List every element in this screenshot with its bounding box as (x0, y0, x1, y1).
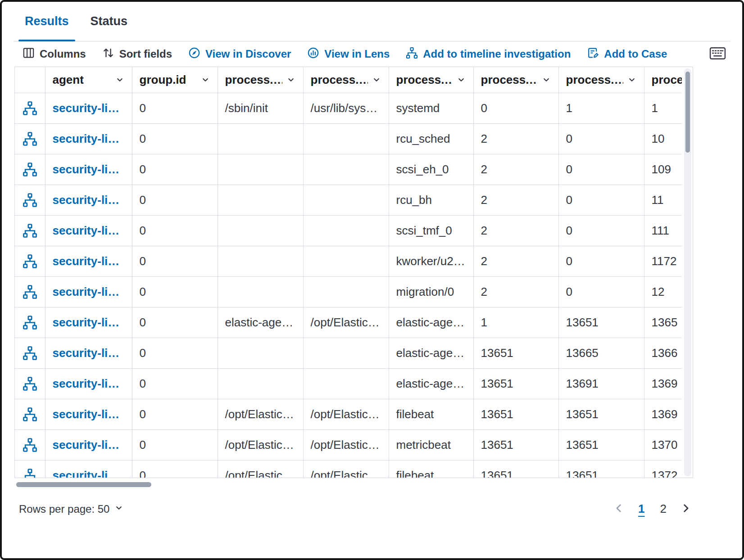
process-cell[interactable]: 111 (644, 215, 682, 246)
process-cell[interactable]: 1 (644, 93, 682, 123)
process-cell[interactable]: 1 (558, 93, 644, 123)
process-cell[interactable]: 12 (644, 276, 682, 307)
process-cell[interactable] (303, 185, 389, 215)
agent-cell[interactable]: security-li… (45, 338, 132, 368)
chevron-down-icon[interactable] (372, 75, 381, 85)
agent-link[interactable]: security-li… (53, 377, 120, 390)
process-cell[interactable]: 0 (473, 93, 558, 123)
process-cell[interactable]: 10 (644, 123, 682, 154)
group-id-cell[interactable]: 0 (132, 399, 218, 429)
view-in-lens-button[interactable]: View in Lens (307, 47, 390, 62)
process-cell[interactable] (218, 368, 303, 399)
group-id-cell[interactable]: 0 (132, 246, 218, 276)
agent-link[interactable]: security-li… (53, 407, 120, 421)
process-cell[interactable]: 11 (644, 185, 682, 215)
process-cell[interactable] (218, 246, 303, 276)
process-cell[interactable]: 2 (473, 123, 558, 154)
analyze-event-icon[interactable] (23, 407, 37, 422)
process-cell[interactable] (303, 276, 389, 307)
process-cell[interactable]: 1365 (644, 307, 682, 338)
process-cell[interactable] (218, 215, 303, 246)
process-name-cell[interactable]: rcu_bh (389, 185, 473, 215)
group-id-cell[interactable]: 0 (132, 368, 218, 399)
process-cell[interactable]: /sbin/init (218, 93, 303, 123)
agent-cell[interactable]: security-li… (45, 307, 132, 338)
process-cell[interactable]: /opt/Elastic… (303, 307, 389, 338)
agent-cell[interactable]: security-li… (45, 460, 132, 478)
group-id-cell[interactable]: 0 (132, 276, 218, 307)
next-page-button[interactable] (680, 502, 692, 515)
agent-link[interactable]: security-li… (53, 469, 120, 478)
add-to-timeline-button[interactable]: Add to timeline investigation (406, 47, 571, 62)
agent-link[interactable]: security-li… (53, 346, 120, 360)
process-cell[interactable]: /opt/Elastic… (218, 429, 303, 460)
rows-per-page-button[interactable]: Rows per page: 50 (19, 503, 124, 515)
process-cell[interactable] (218, 123, 303, 154)
process-cell[interactable]: 1369 (644, 399, 682, 429)
process-cell[interactable]: 1366 (644, 338, 682, 368)
process-name-cell[interactable]: systemd (389, 93, 473, 123)
process-cell[interactable]: 1172 (644, 246, 682, 276)
analyze-event-icon[interactable] (23, 438, 37, 452)
process-cell[interactable]: 2 (473, 154, 558, 185)
group-id-cell[interactable]: 0 (132, 185, 218, 215)
process-cell[interactable]: 2 (473, 276, 558, 307)
process-cell[interactable]: 13651 (558, 460, 644, 478)
analyze-event-icon[interactable] (23, 254, 37, 269)
chevron-down-icon[interactable] (627, 75, 637, 85)
page-2-button[interactable]: 2 (658, 501, 668, 517)
process-cell[interactable]: /usr/lib/sys… (303, 93, 389, 123)
process-cell[interactable]: 1 (473, 307, 558, 338)
column-header[interactable]: process.… (644, 67, 682, 93)
analyze-event-icon[interactable] (23, 468, 37, 478)
process-cell[interactable] (218, 185, 303, 215)
sort-fields-button[interactable]: Sort fields (102, 47, 172, 62)
process-cell[interactable]: 13651 (473, 368, 558, 399)
process-cell[interactable]: /opt/Elastic… (218, 460, 303, 478)
column-header[interactable]: agent (45, 67, 132, 93)
chevron-down-icon[interactable] (541, 75, 551, 85)
agent-link[interactable]: security-li… (53, 254, 120, 268)
process-cell[interactable]: 0 (558, 123, 644, 154)
process-name-cell[interactable]: elastic-age… (389, 338, 473, 368)
process-name-cell[interactable]: rcu_sched (389, 123, 473, 154)
agent-cell[interactable]: security-li… (45, 368, 132, 399)
process-cell[interactable]: 2 (473, 246, 558, 276)
agent-cell[interactable]: security-li… (45, 215, 132, 246)
process-cell[interactable]: /opt/Elastic… (218, 399, 303, 429)
group-id-cell[interactable]: 0 (132, 338, 218, 368)
agent-link[interactable]: security-li… (53, 316, 120, 329)
process-name-cell[interactable]: kworker/u2… (389, 246, 473, 276)
agent-link[interactable]: security-li… (53, 101, 120, 115)
page-1-button[interactable]: 1 (636, 501, 646, 517)
process-cell[interactable] (303, 338, 389, 368)
process-cell[interactable] (303, 215, 389, 246)
analyze-event-icon[interactable] (23, 346, 37, 361)
process-cell[interactable] (303, 368, 389, 399)
analyze-event-icon[interactable] (23, 376, 37, 391)
column-header[interactable]: group.id (132, 67, 218, 93)
process-cell[interactable]: /opt/Elastic… (303, 399, 389, 429)
process-name-cell[interactable]: scsi_eh_0 (389, 154, 473, 185)
process-cell[interactable]: 13651 (558, 399, 644, 429)
process-cell[interactable]: 1370 (644, 429, 682, 460)
tab-results[interactable]: Results (18, 13, 75, 41)
agent-cell[interactable]: security-li… (45, 185, 132, 215)
column-header[interactable]: process.… (558, 67, 644, 93)
process-cell[interactable]: 13651 (473, 338, 558, 368)
process-cell[interactable]: /opt/Elastic… (303, 460, 389, 478)
process-cell[interactable]: 0 (558, 154, 644, 185)
process-cell[interactable]: 1372 (644, 460, 682, 478)
group-id-cell[interactable]: 0 (132, 429, 218, 460)
process-cell[interactable] (303, 246, 389, 276)
process-cell[interactable]: 109 (644, 154, 682, 185)
process-cell[interactable]: 0 (558, 276, 644, 307)
view-in-discover-button[interactable]: View in Discover (188, 47, 291, 62)
process-cell[interactable]: 2 (473, 215, 558, 246)
process-name-cell[interactable]: elastic-age… (389, 307, 473, 338)
process-cell[interactable]: 13651 (473, 460, 558, 478)
analyze-event-icon[interactable] (23, 223, 37, 238)
horizontal-scrollbar-thumb[interactable] (16, 482, 151, 487)
process-cell[interactable] (218, 154, 303, 185)
group-id-cell[interactable]: 0 (132, 460, 218, 478)
